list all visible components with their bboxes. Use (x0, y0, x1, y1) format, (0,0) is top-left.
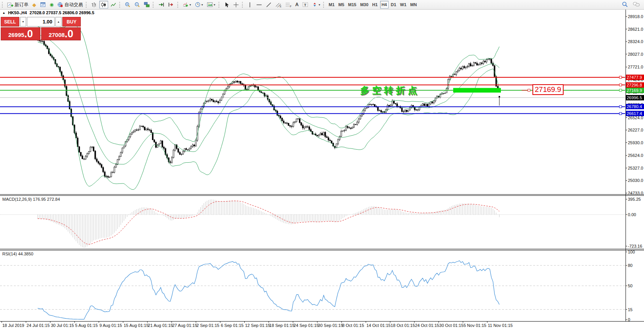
autotrading-button[interactable]: 自动交易 (56, 1, 84, 8)
signals-button[interactable]: ◉ (48, 1, 55, 8)
chat-icon[interactable] (633, 2, 640, 7)
toolbar-grip (2, 2, 4, 8)
equidistant-channel-button[interactable]: E (274, 1, 283, 8)
toolbar-grip (242, 2, 244, 8)
search-icon[interactable] (622, 1, 628, 8)
bar-chart-mode-button[interactable] (90, 1, 98, 8)
tile-windows-icon (144, 2, 150, 7)
line-handle[interactable] (619, 84, 622, 86)
candlestick-mode-button[interactable] (99, 1, 108, 8)
volume-down-button[interactable]: ▼ (20, 17, 26, 27)
volume-input[interactable] (27, 17, 55, 27)
horizontal-line-button[interactable] (255, 1, 264, 8)
price-axis-tick: 25624.0 (628, 153, 643, 158)
price-axis-tick: 28027.0 (628, 52, 643, 57)
vertical-line-button[interactable] (246, 1, 254, 8)
toolbar-right (622, 1, 640, 8)
metaeditor-icon: ◆ (32, 2, 36, 7)
zoom-in-icon (125, 2, 130, 8)
cursor-icon (224, 2, 229, 8)
autotrading-label: 自动交易 (64, 2, 83, 8)
signals-icon: ◉ (50, 2, 53, 7)
buy-price-box[interactable]: 27008.0 (41, 27, 81, 40)
volume-up-button[interactable]: ▲ (55, 17, 62, 27)
tile-windows-button[interactable] (142, 1, 151, 8)
line-handle[interactable] (619, 112, 622, 115)
macd-layer (0, 199, 626, 248)
chart-shift-icon (168, 2, 174, 7)
line-handle[interactable] (619, 76, 622, 78)
text-label-button[interactable]: T (301, 1, 310, 8)
toolbar-grip (86, 2, 88, 8)
buy-price-frac: .0 (65, 29, 73, 39)
one-click-trade-panel: SELL ▼ ▲ BUY 26995.0 27008.0 (1, 17, 81, 40)
timeframe-m5-button[interactable]: M5 (337, 1, 346, 8)
new-order-icon (7, 2, 13, 8)
rsi-axis-tick: 15 (628, 307, 632, 312)
chevron-down-icon: ▾ (214, 3, 215, 7)
timeframe-h4-button[interactable]: H4 (380, 1, 389, 8)
arrows-icon (312, 2, 317, 7)
timeframe-w1-button[interactable]: W1 (399, 1, 408, 8)
chart-canvas[interactable] (0, 0, 644, 330)
trendline-icon (266, 2, 272, 8)
zoom-in-button[interactable] (123, 1, 132, 8)
toolbar-grip (323, 2, 325, 8)
chart-area[interactable]: ▲ HK50-,H4 27028.0 27037.5 26806.0 26996… (0, 0, 644, 330)
price-callout-label[interactable]: 27169.9 (532, 84, 564, 95)
buy-button[interactable]: BUY (62, 17, 81, 27)
sell-price-box[interactable]: 26995.0 (1, 27, 40, 40)
callout-anchor[interactable] (528, 89, 530, 92)
timeframe-m15-button[interactable]: M15 (347, 1, 358, 8)
timeframe-m30-button[interactable]: M30 (359, 1, 370, 8)
fibonacci-retracement-button[interactable]: F (284, 1, 293, 8)
line-handle[interactable] (619, 105, 622, 108)
new-order-button[interactable]: 新订单 (6, 1, 30, 8)
rsi-indicator-label: RSI(14) 44.3850 (2, 252, 33, 256)
time-axis-label: 30 Oct 01:15 (439, 323, 464, 328)
time-axis-label: 30 Jul 01:15 (51, 323, 74, 328)
crosshair-icon (233, 2, 239, 8)
time-axis-label: 8 Oct 01:15 (342, 323, 364, 328)
time-axis-label: 2 Sep 01:15 (197, 323, 219, 328)
periods-button[interactable]: ▾ (194, 1, 205, 8)
timeframe-h1-button[interactable]: H1 (371, 1, 379, 8)
turning-point-annotation[interactable]: 多空转折点 (360, 84, 420, 97)
templates-button[interactable]: ▾ (205, 1, 217, 8)
collapse-icon[interactable]: ▲ (2, 11, 5, 15)
timeframe-mn-button[interactable]: MN (409, 1, 418, 8)
timeframe-d1-button[interactable]: D1 (389, 1, 398, 8)
time-axis-label: 14 Oct 01:15 (367, 323, 391, 328)
time-axis-label: 24 Oct 01:15 (415, 323, 439, 328)
price-axis-tick: 25327.0 (628, 166, 643, 170)
bar-chart-icon (91, 2, 97, 8)
price-line-badge: 27169.9 (626, 88, 644, 93)
trendline-button[interactable] (264, 1, 273, 8)
rsi-axis-tick: 0 (628, 317, 630, 322)
candlestick-icon (101, 2, 107, 8)
indicators-icon (183, 2, 188, 7)
buy-price-main: 27008 (48, 31, 65, 39)
cursor-button[interactable] (222, 1, 231, 8)
arrows-button[interactable]: ▾ (310, 1, 322, 8)
time-axis-label: 18 Jul 2019 (2, 323, 24, 328)
autotrading-icon (57, 2, 63, 7)
chart-shift-button[interactable] (167, 1, 176, 8)
time-axis-label: 24 Sep 01:15 (294, 323, 319, 328)
line-handle[interactable] (619, 89, 622, 92)
auto-scroll-button[interactable] (157, 1, 166, 8)
chevron-down-icon: ▾ (319, 3, 320, 7)
crosshair-button[interactable] (232, 1, 240, 8)
highlight-bar[interactable] (453, 88, 501, 93)
indicators-button[interactable]: ▾ (181, 1, 192, 8)
metaeditor-button[interactable]: ◆ (31, 1, 38, 8)
sell-button[interactable]: SELL (1, 17, 19, 27)
zoom-out-button[interactable] (133, 1, 142, 8)
price-axis-tick: 25030.0 (628, 178, 643, 183)
chevron-down-icon: ▾ (202, 3, 203, 7)
strategy-tester-button[interactable] (38, 1, 47, 8)
timeframe-m1-button[interactable]: M1 (327, 1, 336, 8)
fibonacci-icon: F (285, 2, 292, 8)
line-chart-mode-button[interactable] (109, 1, 118, 8)
text-button[interactable]: A (294, 1, 300, 8)
